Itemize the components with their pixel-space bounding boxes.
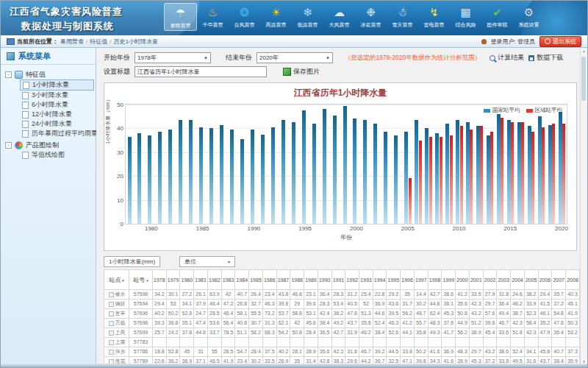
column-header-year[interactable]: 1999 [442,270,456,290]
column-header-year[interactable]: 1993 [359,270,373,290]
column-header-year[interactable]: 1990 [318,270,331,290]
collapse-icon[interactable]: - [5,71,12,78]
station-name-cell[interactable]: 修水 [104,290,129,300]
end-year-select[interactable]: 2020年▼ [257,52,333,63]
column-header-year[interactable]: 1988 [290,270,304,290]
download-button[interactable]: 数据下载 [528,53,563,63]
tree-group-header[interactable]: -产品图绘制 [5,140,94,150]
toolbar-item-wind[interactable]: ☁大风普查 [323,3,355,31]
column-header-year[interactable]: 2006 [538,270,552,290]
unit-dropdown[interactable]: 单位 ▾ [179,256,235,267]
station-name-cell[interactable]: 万载 [104,319,129,328]
sidebar-item-等值线绘图[interactable]: 等值线绘图 [20,150,94,160]
toolbar-item-rainstorm[interactable]: ☂暴雨普查 [164,3,197,31]
column-header-year[interactable]: 1991 [331,270,345,290]
column-header-year[interactable]: 2007 [552,270,566,290]
value-cell: 50.3 [566,319,580,328]
column-header-year[interactable]: 2001 [469,270,483,290]
table-row-上高[interactable]: 上高5769925.724.237.844.833.778.551.158.26… [104,328,580,338]
vertical-scroll-thumb[interactable] [581,57,586,101]
row-select-icon[interactable] [109,330,114,336]
chart-title-input[interactable]: 江西省历年1小时降水量 [135,66,267,77]
toolbar-item-hail[interactable]: ❉冰雹普查 [355,3,387,31]
toolbar-item-drought[interactable]: ♨干旱普查 [197,3,229,31]
toolbar-item-calculator[interactable]: ▦综合风险 [450,3,481,31]
column-header-year[interactable]: 2005 [524,270,538,290]
table-row-万载[interactable]: 万载5769839.336.835.147.453.656.440.830.73… [104,319,580,328]
value-cell: 38.4 [373,328,387,338]
column-header-year[interactable]: 1989 [304,270,318,290]
sidebar-item-1小时降水量[interactable]: 1小时降水量 [20,79,94,91]
station-name-cell[interactable]: 上高 [104,328,129,338]
measure-selector[interactable]: 1小时降水量(mm) [104,256,160,267]
sidebar-item-6小时降水量[interactable]: 6小时降水量 [20,100,94,110]
row-select-icon[interactable] [109,311,114,316]
table-row-宜丰[interactable]: 宜丰5769640.250.252.824.728.548.458.155.57… [104,309,580,319]
breadcrumb-seg-1[interactable]: 暴雨普查 [60,38,84,46]
column-header-station[interactable]: 站点 ▾ [104,270,129,290]
vertical-scrollbar[interactable]: ▴ ▾ [580,48,587,365]
column-header-year[interactable]: 1979 [166,270,180,290]
breadcrumb-seg-2[interactable]: 特征值 [90,38,107,46]
column-header-year[interactable]: 1992 [345,270,359,290]
value-cell: 46.3 [387,319,401,328]
toolbar-item-high-temp[interactable]: ☀高温普查 [260,3,292,31]
chart-panel: 江西省历年1小时降水量 1小时降水量（mm） 年份 国家站平均区域站平均 010… [104,82,577,251]
column-header-year[interactable]: 1985 [249,270,263,290]
row-select-icon[interactable] [109,302,114,307]
table-row-萍乡[interactable]: 萍乡5778618.852.845315528.554.728.437.540.… [104,347,580,357]
column-header-year[interactable]: 1986 [262,270,276,290]
breadcrumb-seg-3[interactable]: 历史1小时降水量 [113,38,157,46]
toolbar-item-typhoon[interactable]: ❂台风普查 [229,3,260,31]
station-name-cell[interactable]: 萍乡 [104,347,129,357]
start-year-select[interactable]: 1978年▼ [135,52,211,63]
column-header-year[interactable]: 1997 [414,270,428,290]
sidebar-item-24小时降水量[interactable]: 24小时降水量 [20,119,94,129]
collapse-icon[interactable]: - [5,142,12,149]
table-row-铜鼓[interactable]: 铜鼓5769429.45334.137.946.447.226.832.746.… [104,300,580,309]
row-select-icon[interactable] [109,350,114,355]
sidebar-item-12小时降水量[interactable]: 12小时降水量 [20,110,94,119]
tree-group-header[interactable]: -特征值 [5,69,94,79]
column-header-year[interactable]: 1998 [428,270,442,290]
station-name-cell[interactable]: 宜丰 [104,309,129,319]
toolbar-item-map-check[interactable]: ✔图件审核 [481,3,513,31]
calculate-button[interactable]: 计算结果 [490,53,524,63]
table-row-上栗[interactable]: 上栗57783 [104,338,580,347]
column-header-year[interactable]: 2008 [566,270,580,290]
column-header-year[interactable]: 1983 [221,270,235,290]
column-header-year[interactable]: 1996 [401,270,415,290]
table-row-修水[interactable]: 修水5759834.230.127.226.163.94240.726.423.… [104,290,580,300]
scroll-up-icon[interactable]: ▴ [581,48,587,54]
column-header-year[interactable]: 2000 [456,270,470,290]
column-header-code[interactable]: 站号 ▾ [129,270,153,290]
column-header-year[interactable]: 1978 [153,270,167,290]
save-image-button[interactable]: 保存图片 [283,67,320,77]
toolbar-item-low-temp[interactable]: ❄低温普查 [292,3,323,31]
toolbar-item-settings[interactable]: ⚙系统设置 [513,3,545,31]
station-name-cell[interactable]: 铜鼓 [104,300,129,309]
main-toolbar: ☂暴雨普查♨干旱普查❂台风普查☀高温普查❄低温普查☁大风普查❉冰雹普查☃雪灾普查… [164,3,545,31]
column-header-year[interactable]: 2004 [511,270,525,290]
toolbar-item-lightning[interactable]: ↯雷电普查 [418,3,450,31]
column-header-year[interactable]: 1981 [194,270,208,290]
row-select-icon[interactable] [109,292,114,297]
value-cell: 33.7 [207,328,221,338]
column-header-year[interactable]: 1980 [180,270,194,290]
station-name-cell[interactable]: 上栗 [104,338,129,347]
column-header-year[interactable]: 1984 [235,270,249,290]
column-header-year[interactable]: 1994 [373,270,387,290]
row-select-icon[interactable] [109,321,114,326]
column-header-year[interactable]: 2003 [497,270,511,290]
logout-button[interactable]: 退出系统 [539,36,581,47]
toolbar-item-snow[interactable]: ☃雪灾普查 [387,3,418,31]
value-cell [414,338,428,347]
value-cell: 40.8 [235,319,249,328]
sidebar-item-3小时降水量[interactable]: 3小时降水量 [20,91,94,100]
column-header-year[interactable]: 1987 [276,270,290,290]
column-header-year[interactable]: 2002 [483,270,497,290]
row-select-icon[interactable] [109,340,114,345]
column-header-year[interactable]: 1995 [387,270,401,290]
sidebar-item-历年暴雨过程平均雨量[interactable]: 历年暴雨过程平均雨量 [20,129,94,138]
column-header-year[interactable]: 1982 [207,270,221,290]
